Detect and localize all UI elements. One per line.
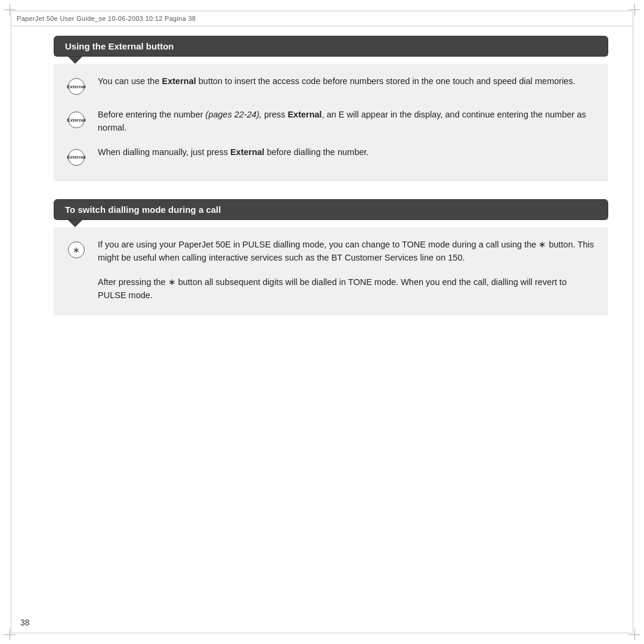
external-button-icon-3: External bbox=[66, 147, 87, 168]
external-circle-1: External bbox=[68, 78, 85, 95]
page-number: 38 bbox=[20, 618, 30, 627]
bold-external-2: External bbox=[287, 110, 321, 119]
section2-body: ∗ If you are using your PaperJet 50E in … bbox=[54, 227, 608, 315]
section-gap bbox=[54, 181, 608, 199]
crosshair-bottom-right bbox=[628, 628, 640, 640]
header-bar: PaperJet 50e User Guide_se 10-06-2003 10… bbox=[11, 11, 633, 26]
switch-item-2: After pressing the ∗ button all subseque… bbox=[66, 275, 596, 302]
bold-external-1: External bbox=[162, 76, 196, 86]
external-item-3-text: When dialling manually, just press Exter… bbox=[98, 145, 369, 159]
section-switch-dialling: To switch dialling mode during a call bbox=[54, 199, 608, 220]
switch-item-1-text: If you are using your PaperJet 50E in PU… bbox=[98, 238, 596, 265]
main-content: Using the External button External You c… bbox=[54, 36, 608, 608]
switch-item-1: ∗ If you are using your PaperJet 50E in … bbox=[66, 238, 596, 265]
external-item-3: External When dialling manually, just pr… bbox=[66, 145, 596, 168]
header-text: PaperJet 50e User Guide_se 10-06-2003 10… bbox=[17, 15, 196, 22]
external-item-1-text: You can use the External button to inser… bbox=[98, 75, 575, 88]
section-external-title: Using the External button bbox=[54, 36, 608, 56]
external-button-icon-2: External bbox=[66, 109, 87, 131]
crosshair-bottom-left bbox=[4, 628, 16, 640]
star-circle: ∗ bbox=[68, 242, 85, 258]
section2-pointer bbox=[68, 220, 82, 227]
switch-item-2-text: After pressing the ∗ button all subseque… bbox=[98, 275, 596, 302]
bold-external-3: External bbox=[230, 147, 264, 157]
external-item-2-text: Before entering the number (pages 22-24)… bbox=[98, 108, 596, 135]
section1-body: External You can use the External button… bbox=[54, 64, 608, 181]
italic-pages: (pages 22-24), bbox=[206, 110, 262, 119]
external-circle-3: External bbox=[68, 149, 85, 166]
external-circle-2: External bbox=[68, 112, 85, 128]
external-item-2: External Before entering the number (pag… bbox=[66, 108, 596, 135]
section1-pointer bbox=[68, 57, 82, 64]
section-switch-title: To switch dialling mode during a call bbox=[54, 200, 608, 219]
section-external-button: Using the External button bbox=[54, 36, 608, 57]
external-button-icon-1: External bbox=[66, 76, 87, 97]
star-button-icon: ∗ bbox=[66, 239, 87, 261]
external-item-1: External You can use the External button… bbox=[66, 75, 596, 97]
